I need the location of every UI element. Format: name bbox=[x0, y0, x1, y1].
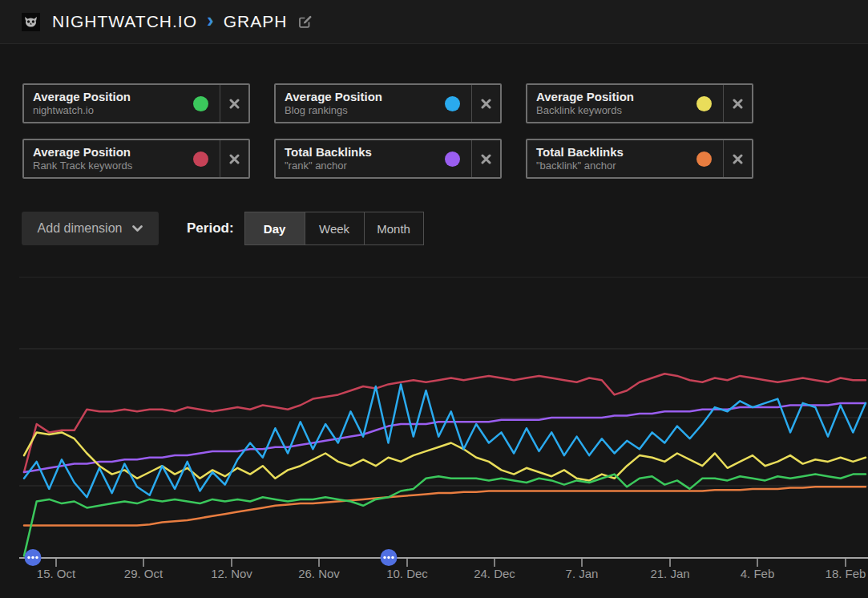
add-dimension-button[interactable]: Add dimension bbox=[22, 212, 159, 245]
dimension-metric: Average Position bbox=[285, 90, 445, 104]
x-axis-tick-label: 24. Dec bbox=[474, 567, 515, 580]
series-color-dot bbox=[445, 152, 460, 167]
top-bar: NIGHTWATCH.IO › GRAPH bbox=[0, 0, 868, 44]
period-segmented-control: Day Week Month bbox=[244, 212, 424, 245]
dimension-metric: Total Backlinks bbox=[285, 145, 445, 160]
nightwatch-owl-logo-icon bbox=[22, 13, 40, 31]
remove-dimension-button[interactable] bbox=[220, 140, 248, 177]
dimension-card-backlink-anchor: Total Backlinks "backlink" anchor bbox=[526, 139, 753, 179]
breadcrumb-page-title: GRAPH bbox=[224, 12, 288, 31]
dimension-card-rank-track-keywords: Average Position Rank Track keywords bbox=[22, 139, 250, 179]
edit-graph-name-icon[interactable] bbox=[298, 14, 313, 29]
x-axis-tick-label: 15. Oct bbox=[37, 567, 76, 580]
series-color-dot bbox=[193, 152, 208, 167]
dimension-metric: Average Position bbox=[536, 90, 696, 104]
dimension-metric: Average Position bbox=[33, 90, 193, 104]
add-dimension-label: Add dimension bbox=[38, 221, 123, 236]
dimension-card-rank-anchor: Total Backlinks "rank" anchor bbox=[274, 139, 502, 179]
period-option-week[interactable]: Week bbox=[305, 212, 364, 244]
remove-dimension-button[interactable] bbox=[723, 140, 752, 177]
x-axis-tick-label: 18. Feb bbox=[826, 567, 866, 580]
remove-dimension-button[interactable] bbox=[471, 140, 500, 177]
dimension-card-nightwatch-io: Average Position nightwatch.io bbox=[22, 83, 250, 123]
dimension-source: Backlink keywords bbox=[536, 104, 696, 117]
period-label: Period: bbox=[187, 220, 234, 236]
rankings-line-chart[interactable]: 15. Oct29. Oct12. Nov26. Nov10. Dec24. D… bbox=[0, 273, 868, 598]
x-axis-tick-label: 7. Jan bbox=[566, 567, 599, 580]
remove-dimension-button[interactable] bbox=[220, 85, 248, 122]
chart-controls: Add dimension Period: Day Week Month bbox=[22, 212, 868, 245]
breadcrumb-brand[interactable]: NIGHTWATCH.IO bbox=[52, 12, 197, 31]
x-axis-tick-label: 29. Oct bbox=[124, 567, 164, 580]
range-slider-handle[interactable] bbox=[25, 549, 42, 566]
series-color-dot bbox=[445, 96, 460, 111]
dimension-source: Blog rankings bbox=[285, 104, 445, 117]
x-axis-tick-label: 12. Nov bbox=[211, 567, 252, 580]
period-option-month[interactable]: Month bbox=[364, 212, 423, 244]
series-color-dot bbox=[193, 96, 208, 111]
range-slider-handle[interactable] bbox=[381, 549, 398, 566]
dimension-source: nightwatch.io bbox=[33, 104, 193, 117]
remove-dimension-button[interactable] bbox=[471, 85, 500, 122]
dimension-card-grid: Average Position nightwatch.io Average P… bbox=[22, 83, 868, 179]
dimension-metric: Total Backlinks bbox=[536, 145, 696, 160]
series-color-dot bbox=[696, 96, 712, 111]
dimension-source: Rank Track keywords bbox=[33, 160, 193, 172]
dimension-source: "backlink" anchor bbox=[536, 160, 696, 172]
dimension-card-backlink-keywords: Average Position Backlink keywords bbox=[526, 83, 753, 123]
chevron-down-icon bbox=[132, 225, 143, 232]
breadcrumb-chevron-icon: › bbox=[207, 10, 214, 30]
x-axis-tick-label: 10. Dec bbox=[386, 567, 428, 580]
dimension-card-blog-rankings: Average Position Blog rankings bbox=[274, 83, 502, 123]
x-axis-tick-label: 26. Nov bbox=[298, 567, 340, 580]
x-axis-tick-label: 4. Feb bbox=[741, 567, 775, 580]
x-axis-tick-label: 21. Jan bbox=[650, 567, 689, 580]
remove-dimension-button[interactable] bbox=[723, 85, 752, 122]
period-option-day[interactable]: Day bbox=[245, 212, 305, 244]
dimension-source: "rank" anchor bbox=[285, 160, 445, 172]
dimension-metric: Average Position bbox=[33, 145, 193, 160]
series-color-dot bbox=[696, 152, 712, 167]
